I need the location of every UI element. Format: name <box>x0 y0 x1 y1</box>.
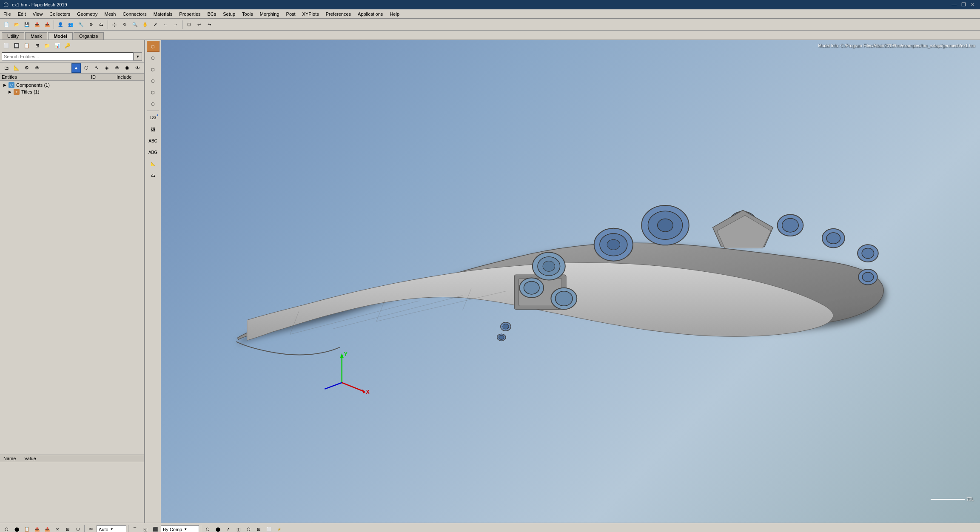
undo-btn[interactable]: ↩ <box>194 20 204 29</box>
minimize-button[interactable]: — <box>950 1 958 8</box>
expand-titles-icon[interactable]: ▶ <box>9 90 14 94</box>
tab-mask[interactable]: Mask <box>25 32 47 40</box>
bt-btn-8[interactable]: ⬡ <box>73 525 83 532</box>
tab-organize[interactable]: Organize <box>74 32 104 40</box>
bt-btn-1[interactable]: ⬡ <box>2 525 11 532</box>
vs-btn-11[interactable]: 📐 <box>147 158 160 169</box>
bt-sphere-btn[interactable]: ⬤ <box>213 525 222 532</box>
lt2-btn-5[interactable]: ● <box>71 63 81 73</box>
vs-btn-8[interactable]: 🖼 <box>147 124 160 135</box>
pan-btn[interactable]: ✋ <box>140 20 150 29</box>
auto-dropdown[interactable]: Auto ▼ <box>97 525 126 532</box>
bt-star-btn[interactable]: ★ <box>274 525 284 532</box>
vs-btn-9[interactable]: ABC <box>147 135 160 146</box>
lt2-btn-1[interactable]: 🗂 <box>2 63 11 73</box>
tb-btn-1[interactable]: 👤 <box>56 20 65 29</box>
lp-btn-5[interactable]: 📁 <box>43 41 52 50</box>
lt2-btn-4[interactable]: 👁 <box>32 63 42 73</box>
tab-utility[interactable]: Utility <box>2 32 24 40</box>
vs-btn-6[interactable]: ⬡ <box>147 98 160 109</box>
menu-xyplots[interactable]: XYPlots <box>299 11 322 17</box>
menu-setup[interactable]: Setup <box>219 11 239 17</box>
bt-btn-5[interactable]: 📤 <box>43 525 52 532</box>
bt-cube-btn[interactable]: ⬡ <box>203 525 212 532</box>
lp-btn-2[interactable]: 🔲 <box>12 41 21 50</box>
bt-arrow-btn[interactable]: ↗ <box>223 525 233 532</box>
bt-grid-btn[interactable]: ⊞ <box>254 525 263 532</box>
tb-btn-4[interactable]: ⚙ <box>86 20 96 29</box>
tb-mesh-btn[interactable]: ⬡ <box>184 20 194 29</box>
menu-mesh[interactable]: Mesh <box>101 11 120 17</box>
search-input[interactable] <box>2 52 134 61</box>
rotate-btn[interactable]: ↻ <box>120 20 129 29</box>
menu-morphing[interactable]: Morphing <box>256 11 283 17</box>
bt-screen-btn[interactable]: ⬜ <box>264 525 273 532</box>
menu-post[interactable]: Post <box>283 11 299 17</box>
vs-btn-4[interactable]: ⬡ <box>147 75 160 86</box>
vs-btn-2[interactable]: ⬡ <box>147 52 160 63</box>
import-button[interactable]: 📥 <box>32 20 42 29</box>
tb-btn-2[interactable]: 👥 <box>66 20 75 29</box>
menu-collectors[interactable]: Collectors <box>46 11 74 17</box>
menu-connectors[interactable]: Connectors <box>119 11 150 17</box>
close-button[interactable]: ✕ <box>969 1 977 8</box>
lt2-select[interactable]: ↖ <box>92 63 101 73</box>
zoom-btn[interactable]: 🔍 <box>130 20 140 29</box>
entity-components[interactable]: ▶ ⬡ Components (1) <box>0 82 144 88</box>
bt-surf-btn[interactable]: ◱ <box>140 525 150 532</box>
right-arrow-btn[interactable]: → <box>171 20 180 29</box>
menu-tools[interactable]: Tools <box>239 11 256 17</box>
fit-btn[interactable]: ⤢ <box>151 20 160 29</box>
lp-btn-4[interactable]: ⊞ <box>32 41 42 50</box>
export-button[interactable]: 📤 <box>43 20 52 29</box>
redo-btn[interactable]: ↪ <box>205 20 214 29</box>
lt2-btn-7[interactable]: ◈ <box>102 63 111 73</box>
menu-edit[interactable]: Edit <box>14 11 29 17</box>
lt2-btn-8[interactable]: 👁 <box>112 63 122 73</box>
menu-bcs[interactable]: BCs <box>204 11 220 17</box>
menu-materials[interactable]: Materials <box>150 11 176 17</box>
menu-preferences[interactable]: Preferences <box>322 11 354 17</box>
bt-solid-btn[interactable]: ⬛ <box>151 525 160 532</box>
save-button[interactable]: 💾 <box>22 20 31 29</box>
tab-model[interactable]: Model <box>48 32 73 40</box>
entity-titles[interactable]: ▶ T Titles (1) <box>0 88 144 95</box>
bt-shell-btn[interactable]: ◫ <box>234 525 243 532</box>
vs-btn-5[interactable]: ⬡ <box>147 87 160 98</box>
open-button[interactable]: 📂 <box>12 20 21 29</box>
lt2-btn-2[interactable]: 📐 <box>12 63 21 73</box>
bt-vol-btn[interactable]: ⬡ <box>244 525 253 532</box>
bt-btn-7[interactable]: ⊞ <box>63 525 72 532</box>
vs-btn-1[interactable]: ⬡ <box>147 41 160 52</box>
bt-btn-3[interactable]: 📋 <box>22 525 31 532</box>
viewport[interactable]: Model Info: C:/Program Files/Altair/2019… <box>161 40 980 523</box>
left-arrow-btn[interactable]: ← <box>161 20 170 29</box>
lt2-btn-9[interactable]: ◉ <box>122 63 132 73</box>
menu-view[interactable]: View <box>29 11 46 17</box>
bt-btn-4[interactable]: 📥 <box>32 525 42 532</box>
search-button[interactable]: ▼ <box>134 52 142 61</box>
vs-btn-10[interactable]: ABG <box>147 147 160 158</box>
vs-btn-7[interactable]: ● 123 <box>147 112 160 123</box>
maximize-button[interactable]: ❐ <box>960 1 967 8</box>
lp-btn-6[interactable]: 📊 <box>53 41 62 50</box>
lp-btn-7[interactable]: 🔑 <box>63 41 72 50</box>
titlebar-controls[interactable]: — ❐ ✕ <box>950 1 977 8</box>
vs-btn-3[interactable]: ⬡ <box>147 64 160 75</box>
tb-btn-5[interactable]: 🗂 <box>97 20 106 29</box>
menu-file[interactable]: File <box>0 11 14 17</box>
bt-btn-2[interactable]: ⬤ <box>12 525 21 532</box>
bt-display-btn[interactable]: 👁 <box>86 525 96 532</box>
bt-btn-6[interactable]: ✕ <box>53 525 62 532</box>
menu-properties[interactable]: Properties <box>176 11 204 17</box>
tb-btn-3[interactable]: 🔧 <box>76 20 85 29</box>
new-button[interactable]: 📄 <box>2 20 11 29</box>
expand-components-icon[interactable]: ▶ <box>3 83 9 87</box>
lp-btn-3[interactable]: 📋 <box>22 41 31 50</box>
vs-btn-12[interactable]: 🗂 <box>147 170 160 181</box>
bycomp-dropdown[interactable]: By Comp ▼ <box>161 525 199 532</box>
lp-btn-1[interactable]: ⬜ <box>2 41 11 50</box>
select-btn[interactable]: ⊹ <box>110 20 119 29</box>
bt-curve-btn[interactable]: ⌒ <box>130 525 140 532</box>
menu-help[interactable]: Help <box>386 11 403 17</box>
